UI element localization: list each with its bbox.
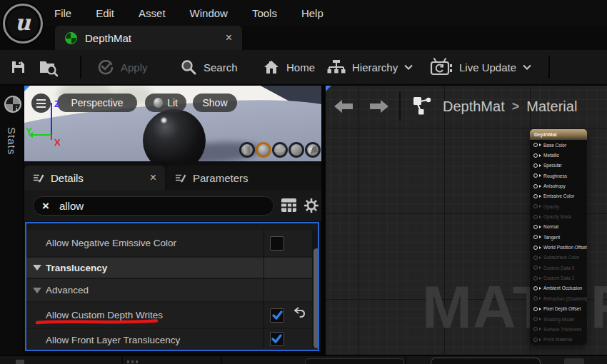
material-output-pin[interactable]: Refraction (Disabled) — [530, 293, 587, 303]
material-output-pin[interactable]: Emissive Color — [530, 191, 587, 201]
tab-depthmat[interactable]: DepthMat × — [55, 26, 242, 50]
material-output-pin[interactable]: Ambient Occlusion — [530, 283, 587, 293]
hierarchy-button[interactable]: Hierarchy — [327, 50, 413, 84]
back-arrow-icon[interactable] — [334, 99, 356, 113]
property-label: Allow Front Layer Translucency — [46, 335, 180, 345]
tab-parameters[interactable]: Parameters — [166, 166, 321, 190]
column-divider[interactable] — [264, 230, 264, 348]
material-preview-viewport[interactable]: Perspective Lit Show Z Y X — [24, 86, 321, 161]
material-output-pin[interactable]: Metallic — [530, 150, 587, 160]
live-update-tv-icon — [430, 58, 453, 76]
shape-button-sphere[interactable] — [256, 142, 271, 158]
material-output-pin[interactable]: Opacity Mask — [530, 211, 587, 221]
title-bar: File Edit Asset Window Tools Help — [0, 0, 607, 26]
bottom-search-input[interactable] — [431, 358, 541, 364]
pin-label: Shading Model — [543, 317, 574, 322]
pin-arrow-icon — [539, 185, 541, 188]
search-input[interactable]: × allow — [33, 196, 274, 216]
checkbox-allow-negative-emissive-color[interactable] — [270, 236, 284, 251]
material-output-pin[interactable]: Shading Model — [530, 314, 587, 324]
collapse-triangle-icon[interactable] — [33, 265, 41, 271]
search-button[interactable]: Search — [180, 50, 238, 84]
menu-tools[interactable]: Tools — [252, 7, 277, 19]
pin-circle-icon — [533, 235, 538, 239]
category-row[interactable]: Translucency — [26, 258, 318, 278]
apply-button[interactable]: Apply — [97, 50, 148, 84]
toolbar-separator — [548, 56, 550, 79]
material-output-pin[interactable]: Specular — [530, 161, 587, 171]
tab-title: DepthMat — [85, 32, 226, 44]
material-output-pin[interactable]: Tangent — [530, 232, 587, 242]
pin-arrow-icon — [539, 246, 541, 249]
scrollbar-thumb[interactable] — [313, 248, 319, 348]
pin-arrow-icon — [539, 338, 541, 341]
node-title[interactable]: DepthMat — [530, 129, 587, 140]
home-icon — [263, 59, 280, 76]
show-dropdown[interactable]: Show — [193, 93, 237, 112]
material-output-pin[interactable]: Roughness — [530, 171, 587, 181]
checkbox-allow-custom-depth-writes[interactable] — [270, 308, 284, 323]
forward-arrow-icon[interactable] — [367, 99, 388, 113]
menu-edit[interactable]: Edit — [96, 7, 114, 19]
material-output-pin[interactable]: Normal — [530, 222, 587, 232]
display-filter-grid-icon[interactable] — [281, 198, 298, 213]
pin-circle-icon — [533, 204, 538, 208]
material-output-pin[interactable]: Subsurface Color — [530, 253, 587, 263]
browse-to-asset-button[interactable] — [37, 50, 60, 84]
graph-navigation-icon[interactable] — [413, 96, 433, 116]
menu-help[interactable]: Help — [301, 7, 323, 19]
perspective-dropdown[interactable]: Perspective — [57, 93, 137, 112]
material-output-pin[interactable]: Custom Data 0 — [530, 263, 587, 273]
clear-search-icon[interactable]: × — [42, 200, 49, 212]
save-button[interactable] — [10, 50, 27, 84]
property-row: Allow Negative Emissive Color — [26, 230, 318, 256]
revert-arrow-icon[interactable] — [291, 307, 306, 320]
material-output-pin[interactable]: Custom Data 1 — [530, 273, 587, 283]
asset-tab-bar: DepthMat × — [0, 26, 607, 50]
check-icon — [271, 333, 283, 345]
menu-file[interactable]: File — [54, 7, 71, 19]
pin-arrow-icon — [539, 266, 541, 269]
material-stats-icon[interactable] — [4, 96, 21, 113]
property-row: Allow Front Layer Translucency — [26, 329, 318, 351]
material-output-pin[interactable]: Pixel Depth Offset — [530, 304, 587, 314]
pin-label: Base Color — [543, 143, 566, 148]
menu-window[interactable]: Window — [190, 7, 228, 19]
material-output-pin[interactable]: Base Color — [530, 140, 587, 150]
close-icon[interactable]: × — [150, 171, 156, 184]
shape-button-plane[interactable] — [272, 142, 288, 158]
subcategory-row[interactable]: Advanced — [26, 279, 318, 301]
material-output-pin[interactable]: Opacity — [530, 201, 587, 211]
lit-mode-dropdown[interactable]: Lit — [145, 93, 186, 112]
pin-label: Tangent — [543, 235, 560, 240]
checkbox-allow-front-layer-translucency[interactable] — [270, 332, 284, 346]
shape-button-cube[interactable] — [289, 142, 304, 158]
shape-button-cylinder[interactable] — [239, 142, 255, 158]
breadcrumb-current[interactable]: Material — [526, 98, 577, 115]
stats-tab[interactable]: Stats — [6, 127, 18, 155]
pin-label: Normal — [543, 224, 558, 229]
material-output-pin[interactable]: Anisotropy — [530, 181, 587, 191]
collapse-triangle-icon[interactable] — [33, 288, 41, 293]
y-axis-line — [31, 134, 51, 136]
menu-asset[interactable]: Asset — [139, 7, 166, 19]
material-result-node[interactable]: DepthMat Base Color Metallic — [530, 129, 587, 345]
subcategory-label: Advanced — [46, 285, 89, 295]
live-update-label: Live Update — [459, 61, 516, 74]
perspective-label: Perspective — [71, 97, 123, 108]
material-graph-panel[interactable]: MATERIAL DepthMat > Material DepthMat — [326, 86, 607, 355]
gear-icon[interactable] — [303, 197, 320, 214]
unreal-material-editor-window: File Edit Asset Window Tools Help u Dept… — [0, 0, 607, 364]
material-output-pin[interactable]: World Position Offset — [530, 242, 587, 252]
node-pin-list: Base Color Metallic Specular — [530, 140, 587, 345]
home-button[interactable]: Home — [263, 50, 315, 84]
ellipsis-icon — [127, 360, 139, 363]
tab-details[interactable]: Details × — [24, 166, 165, 190]
material-output-pin[interactable]: Front Material — [530, 335, 587, 345]
shape-button-custom-mesh[interactable] — [305, 142, 321, 158]
close-icon[interactable]: × — [226, 31, 232, 44]
viewport-menu-button[interactable] — [31, 93, 51, 113]
breadcrumb-root[interactable]: DepthMat — [443, 98, 505, 115]
material-output-pin[interactable]: Surface Thickness — [530, 324, 587, 334]
live-update-button[interactable]: Live Update — [430, 50, 531, 84]
